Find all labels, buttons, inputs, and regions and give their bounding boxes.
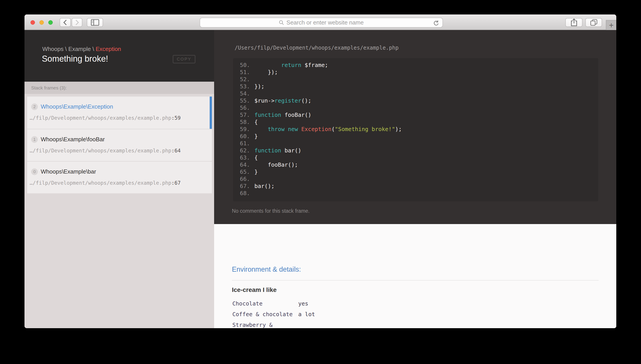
exception-breadcrumb: Whoops \ Example \ Exception (42, 46, 121, 52)
code-line-text: }); (254, 69, 278, 76)
frame-file-path: …/filp/Development/whoops/examples/examp… (30, 148, 205, 154)
stack-frames-header: Stack frames (3): (24, 82, 214, 94)
active-frame-indicator (210, 96, 212, 129)
code-token-kw: throw (268, 126, 284, 132)
stack-frame[interactable]: 0Whoops\Example\bar…/filp/Development/wh… (27, 161, 212, 193)
environment-details-section: Environment & details: Ice-cream I like … (214, 224, 616, 328)
env-value: a lot (298, 310, 315, 318)
code-line: 65.} (233, 168, 598, 176)
code-token-cls: Exception (301, 126, 332, 132)
reload-button[interactable] (433, 20, 439, 26)
code-line-number: 51. (233, 69, 254, 76)
browser-window: Search or enter website name (24, 14, 616, 328)
frame-line-number: :67 (172, 180, 181, 186)
code-line: 56. (233, 104, 598, 112)
back-chevron-icon (63, 19, 68, 26)
code-line-text: bar(); (254, 183, 274, 189)
frame-function-name: Whoops\Example\fooBar (41, 136, 105, 143)
code-line: 55.$run->register(); (233, 97, 598, 104)
code-line: 52. (233, 76, 598, 83)
frame-file-path: …/filp/Development/whoops/examples/examp… (30, 115, 205, 121)
frame-path-text: …/filp/Development/whoops/examples/examp… (30, 115, 172, 121)
code-line-text: function fooBar() (254, 112, 311, 118)
env-key: Strawberry & (232, 321, 298, 328)
forward-chevron-icon (74, 19, 80, 26)
code-token-str: "Something broke!" (335, 126, 395, 132)
code-line-text: { (254, 154, 258, 161)
stack-frame[interactable]: 1Whoops\Example\fooBar…/filp/Development… (27, 129, 212, 161)
frame-path-text: …/filp/Development/whoops/examples/examp… (30, 180, 172, 186)
env-table-row: Strawberry & (232, 320, 588, 328)
code-line-number: 52. (233, 76, 254, 83)
divider (232, 280, 599, 280)
exception-sidebar: Whoops \ Example \ Exception Something b… (24, 30, 214, 328)
code-line: 61. (233, 140, 598, 147)
zoom-window-button[interactable] (48, 20, 53, 25)
code-line: 58.{ (233, 118, 598, 126)
env-table: ChocolateyesCoffee & chocolatea lotStraw… (232, 298, 588, 328)
code-panel: /Users/filp/Development/whoops/examples/… (214, 30, 616, 224)
code-token-kw: register (274, 98, 301, 104)
code-line: 66. (233, 176, 598, 183)
env-table-row: Chocolateyes (232, 298, 588, 309)
url-field[interactable]: Search or enter website name (200, 18, 443, 28)
env-table-row: Coffee & chocolatea lot (232, 309, 588, 320)
frame-detail-panel: /Users/filp/Development/whoops/examples/… (214, 30, 616, 328)
stack-frame-header: 2Whoops\Example\Exception (31, 103, 205, 110)
file-path: /Users/filp/Development/whoops/examples/… (234, 45, 398, 51)
stack-frames-list: 2Whoops\Example\Exception…/filp/Developm… (27, 96, 212, 193)
frame-function-name: Whoops\Example\Exception (41, 103, 113, 110)
code-line-text: } (254, 169, 258, 175)
tabs-overview-icon (590, 19, 598, 26)
stack-frame[interactable]: 2Whoops\Example\Exception…/filp/Developm… (27, 96, 212, 129)
sidebar-toggle-button[interactable] (87, 18, 103, 27)
back-button[interactable] (60, 18, 71, 27)
code-line-text: return $frame; (254, 62, 328, 68)
browser-toolbar: Search or enter website name (24, 14, 616, 30)
code-token-plain: ( (332, 126, 335, 132)
environment-heading: Environment & details: (232, 266, 301, 274)
code-token-plain: { (254, 154, 258, 161)
code-line-number: 68. (233, 190, 254, 197)
code-token-kw: new (288, 126, 298, 132)
frame-index-badge: 0 (31, 168, 38, 175)
code-line-text: }); (254, 83, 264, 90)
code-line-number: 50. (233, 62, 254, 69)
code-line: 59. throw new Exception("Something broke… (233, 126, 598, 133)
code-token-plain: bar(); (254, 183, 274, 189)
close-window-button[interactable] (30, 20, 35, 25)
sidebar-icon (91, 19, 99, 26)
code-line-number: 62. (233, 147, 254, 154)
frame-comments-empty: No comments for this stack frame. (232, 208, 310, 214)
frame-index-badge: 1 (31, 136, 38, 143)
code-line: 63.{ (233, 154, 598, 161)
frame-function-name: Whoops\Example\bar (41, 168, 96, 175)
code-line: 67.bar(); (233, 183, 598, 190)
env-value: yes (298, 300, 308, 308)
frame-index-badge: 2 (31, 104, 38, 110)
code-line-number: 67. (233, 183, 254, 190)
copy-button[interactable]: COPY (173, 55, 196, 64)
code-token-plain (298, 126, 301, 132)
frame-file-path: …/filp/Development/whoops/examples/examp… (30, 180, 205, 186)
new-tab-button[interactable]: + (606, 20, 616, 30)
code-line: 62.function bar() (233, 147, 598, 154)
search-icon (279, 20, 284, 25)
code-token-plain: $frame; (301, 62, 328, 68)
env-key: Chocolate (232, 300, 298, 308)
code-line-number: 60. (233, 133, 254, 140)
code-line-number: 58. (233, 118, 254, 126)
code-line-text: throw new Exception("Something broke!"); (254, 126, 402, 132)
code-line-number: 54. (233, 90, 254, 97)
code-token-plain: }); (254, 83, 264, 90)
code-line: 54. (233, 90, 598, 97)
show-tabs-button[interactable] (585, 18, 602, 27)
forward-button[interactable] (72, 18, 82, 27)
share-icon (570, 18, 578, 27)
minimize-window-button[interactable] (40, 20, 44, 25)
frame-path-text: …/filp/Development/whoops/examples/examp… (30, 148, 172, 154)
code-token-kw: function (254, 112, 281, 118)
code-token-plain: fooBar() (281, 112, 311, 118)
share-button[interactable] (565, 18, 582, 27)
code-line-text: $run->register(); (254, 98, 311, 104)
